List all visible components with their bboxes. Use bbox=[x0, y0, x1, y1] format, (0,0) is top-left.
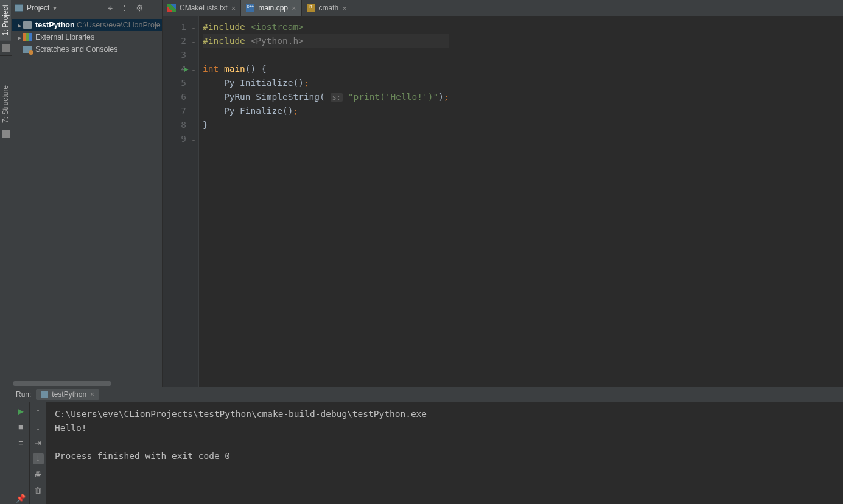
soft-wrap-button[interactable]: ⇥ bbox=[33, 438, 44, 449]
structure-icon[interactable] bbox=[2, 130, 10, 138]
project-name: testPython bbox=[35, 21, 75, 29]
tree-label: Scratches and Consoles bbox=[35, 45, 118, 54]
project-h-scrollbar[interactable] bbox=[12, 380, 162, 387]
project-tool-window: Project ▾ ⌖ ≑ ⚙ — ▸ testPython C:\Users\… bbox=[12, 0, 163, 387]
header-file-icon bbox=[307, 4, 315, 12]
cmake-file-icon bbox=[167, 4, 176, 12]
project-mode-chevron-icon[interactable]: ▾ bbox=[53, 4, 57, 12]
cpp-file-icon bbox=[246, 4, 254, 12]
close-icon[interactable]: × bbox=[90, 390, 94, 399]
expand-chevron-icon[interactable]: ▸ bbox=[16, 33, 23, 42]
project-tool-tab[interactable]: 1: Project bbox=[0, 0, 11, 41]
close-icon[interactable]: × bbox=[231, 4, 236, 13]
pin-button[interactable]: 📌 bbox=[15, 493, 26, 504]
tab-label: CMakeLists.txt bbox=[180, 4, 228, 12]
tab-cmakelists[interactable]: CMakeLists.txt × bbox=[163, 0, 241, 16]
up-button[interactable]: ↑ bbox=[33, 406, 44, 417]
fold-end-icon[interactable]: ⊟ bbox=[192, 133, 195, 147]
run-tool-window: ▶ ■ ≡ 📌 ↑ ↓ ⇥ ⤓ 🖶 🗑 C:\Users\eve\CLionPr… bbox=[12, 402, 843, 504]
expand-chevron-icon[interactable]: ▸ bbox=[16, 21, 23, 30]
project-tree: ▸ testPython C:\Users\eve\CLionProje ▸ E… bbox=[12, 16, 162, 58]
scratches-icon bbox=[23, 46, 32, 53]
fold-icon[interactable]: ⊟ bbox=[192, 21, 195, 35]
project-panel-header: Project ▾ ⌖ ≑ ⚙ — bbox=[12, 0, 162, 16]
line-number[interactable]: 9 bbox=[163, 132, 186, 146]
line-number[interactable]: 6 bbox=[163, 90, 186, 104]
expand-all-icon[interactable]: ≑ bbox=[119, 2, 130, 13]
tab-main-cpp[interactable]: main.cpp × bbox=[241, 0, 301, 16]
line-number[interactable]: 8 bbox=[163, 118, 186, 132]
bookmarks-icon[interactable] bbox=[2, 44, 10, 52]
code-area[interactable]: #include <iostream> #include <Python.h> … bbox=[199, 16, 449, 387]
folder-icon bbox=[23, 21, 32, 29]
editor-gutter[interactable]: 1 2 3 4 5 6 7 8 9 ▶ ⊟ ⊟ ⊟ ⊟ bbox=[163, 16, 199, 387]
locate-icon[interactable]: ⌖ bbox=[105, 2, 116, 13]
print-button[interactable]: 🖶 bbox=[33, 469, 44, 480]
run-tool-header: Run: testPython × bbox=[12, 387, 843, 402]
line-number[interactable]: 3 bbox=[163, 48, 186, 62]
project-panel-title[interactable]: Project bbox=[27, 4, 49, 12]
close-icon[interactable]: × bbox=[342, 4, 347, 13]
run-left-toolbar-2: ↑ ↓ ⇥ ⤓ 🖶 🗑 bbox=[29, 402, 46, 504]
tree-node-project-root[interactable]: ▸ testPython C:\Users\eve\CLionProje bbox=[12, 19, 162, 31]
project-path: C:\Users\eve\CLionProje bbox=[77, 21, 161, 29]
run-console[interactable]: C:\Users\eve\CLionProjects\testPython\cm… bbox=[46, 402, 843, 504]
libraries-icon bbox=[23, 33, 32, 41]
line-number[interactable]: 7 bbox=[163, 104, 186, 118]
hide-panel-icon[interactable]: — bbox=[149, 2, 159, 13]
line-number[interactable]: 5 bbox=[163, 76, 186, 90]
line-number[interactable]: 1 bbox=[163, 20, 186, 34]
line-number[interactable]: 4 bbox=[163, 62, 186, 76]
run-config-name: testPython bbox=[52, 390, 86, 399]
run-label: Run: bbox=[16, 390, 31, 399]
tree-node-scratches[interactable]: Scratches and Consoles bbox=[12, 43, 162, 55]
console-line: Process finished with exit code 0 bbox=[55, 451, 230, 461]
parameter-hint: s: bbox=[331, 93, 343, 102]
clear-button[interactable]: 🗑 bbox=[33, 485, 44, 496]
rerun-button[interactable]: ▶ bbox=[15, 406, 26, 417]
down-button[interactable]: ↓ bbox=[33, 422, 44, 433]
stop-button[interactable]: ■ bbox=[15, 422, 26, 433]
run-left-toolbar: ▶ ■ ≡ 📌 bbox=[12, 402, 29, 504]
tab-label: cmath bbox=[319, 4, 339, 12]
tab-cmath[interactable]: cmath × bbox=[302, 0, 352, 16]
editor-tab-bar: CMakeLists.txt × main.cpp × cmath × bbox=[163, 0, 843, 16]
scroll-to-end-button[interactable]: ⤓ bbox=[33, 453, 44, 464]
project-view-icon bbox=[15, 4, 23, 12]
line-number[interactable]: 2 bbox=[163, 34, 186, 48]
tree-node-external-libs[interactable]: ▸ External Libraries bbox=[12, 31, 162, 43]
run-gutter-icon[interactable]: ▶ bbox=[184, 62, 189, 76]
close-icon[interactable]: × bbox=[292, 4, 296, 13]
console-line: Hello! bbox=[55, 423, 86, 433]
fold-icon[interactable]: ⊟ bbox=[192, 63, 195, 77]
console-line: C:\Users\eve\CLionProjects\testPython\cm… bbox=[55, 409, 427, 419]
gear-icon[interactable]: ⚙ bbox=[134, 2, 145, 13]
code-editor[interactable]: 1 2 3 4 5 6 7 8 9 ▶ ⊟ ⊟ ⊟ ⊟ #include <io… bbox=[163, 16, 843, 387]
restart-button[interactable]: ≡ bbox=[15, 438, 26, 449]
left-tool-stripe: 1: Project 7: Structure bbox=[0, 0, 12, 504]
fold-icon[interactable]: ⊟ bbox=[192, 35, 195, 49]
app-icon bbox=[41, 391, 48, 398]
tree-label: External Libraries bbox=[35, 33, 94, 41]
tab-label: main.cpp bbox=[258, 4, 288, 12]
structure-tool-tab[interactable]: 7: Structure bbox=[0, 80, 11, 128]
run-config-chip[interactable]: testPython × bbox=[36, 389, 99, 400]
